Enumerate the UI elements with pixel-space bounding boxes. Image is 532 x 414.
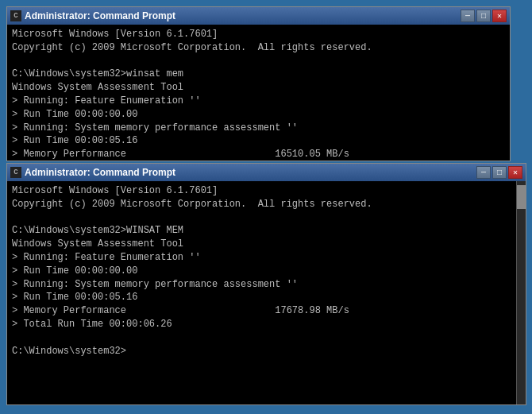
- cmd-body-1: Microsoft Windows [Version 6.1.7601] Cop…: [7, 25, 510, 161]
- title-bar-left-2: C Administrator: Command Prompt: [10, 167, 175, 178]
- title-bar-buttons-2: ─ □ ✕: [476, 166, 522, 179]
- cmd-icon-2: C: [10, 167, 21, 178]
- restore-button-1[interactable]: □: [476, 10, 491, 22]
- minimize-button-2[interactable]: ─: [476, 166, 491, 179]
- close-button-1[interactable]: ✕: [492, 10, 507, 22]
- title-bar-buttons-1: ─ □ ✕: [461, 10, 507, 22]
- scrollbar-thumb-2[interactable]: [517, 185, 526, 209]
- title-text-1: Administrator: Command Prompt: [25, 10, 175, 21]
- title-bar-2[interactable]: C Administrator: Command Prompt ─ □ ✕: [7, 164, 526, 181]
- title-bar-1[interactable]: C Administrator: Command Prompt ─ □ ✕: [7, 7, 510, 25]
- close-button-2[interactable]: ✕: [508, 166, 522, 179]
- minimize-button-1[interactable]: ─: [461, 10, 475, 22]
- scrollbar-2[interactable]: [516, 181, 526, 404]
- title-bar-left-1: C Administrator: Command Prompt: [10, 10, 175, 21]
- title-text-2: Administrator: Command Prompt: [25, 167, 175, 178]
- cmd-body-2: Microsoft Windows [Version 6.1.7601] Cop…: [7, 181, 526, 404]
- cmd-window-1: C Administrator: Command Prompt ─ □ ✕ Mi…: [6, 6, 511, 161]
- cmd-window-2: C Administrator: Command Prompt ─ □ ✕ Mi…: [6, 163, 526, 405]
- restore-button-2[interactable]: □: [492, 166, 507, 179]
- desktop: C Administrator: Command Prompt ─ □ ✕ Mi…: [0, 0, 532, 414]
- cmd-icon-1: C: [10, 10, 21, 21]
